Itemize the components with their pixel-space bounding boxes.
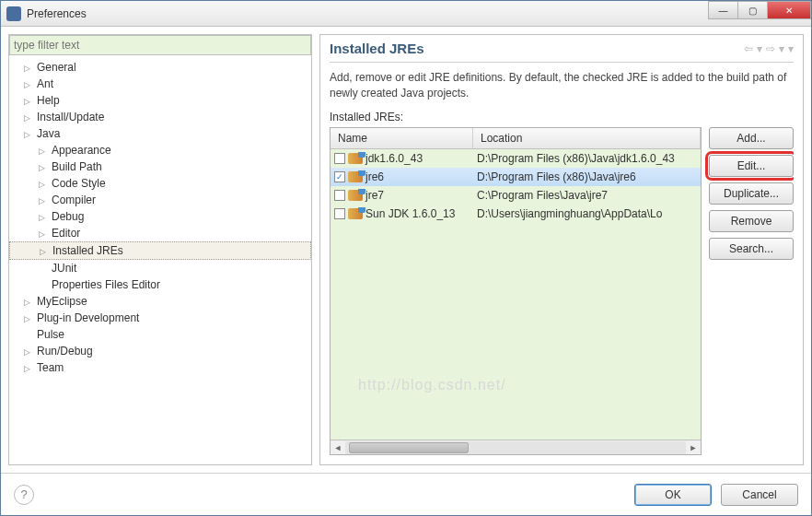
tree-item[interactable]: ▷Ant [9, 76, 311, 92]
table-row[interactable]: jre7C:\Program Files\Java\jre7 [331, 186, 701, 205]
expand-icon[interactable]: ▷ [24, 314, 33, 323]
tree-item[interactable]: ▷Run/Debug [9, 343, 311, 359]
tree-item[interactable]: ▷Debug [9, 208, 311, 225]
back-icon[interactable]: ⇦ [744, 42, 753, 55]
tree-item-label: Code Style [52, 177, 106, 190]
tree-item[interactable]: ▷Plug-in Development [9, 310, 311, 326]
expand-icon[interactable]: ▷ [24, 298, 33, 307]
divider [330, 62, 794, 63]
titlebar: Preferences — ▢ ✕ [1, 1, 811, 27]
table-area: Name Location jdk1.6.0_43D:\Program File… [330, 127, 794, 455]
ok-button[interactable]: OK [634, 484, 712, 506]
tree-item[interactable]: ▷Appearance [9, 142, 311, 158]
tree-item-label: Build Path [52, 160, 102, 173]
h-scrollbar[interactable]: ◄ ► [331, 440, 701, 454]
remove-button[interactable]: Remove [709, 210, 794, 232]
checkbox[interactable] [334, 153, 345, 164]
expand-icon[interactable]: ▷ [24, 347, 33, 357]
expand-icon[interactable]: ▷ [24, 113, 33, 123]
scroll-right-icon[interactable]: ► [686, 443, 701, 452]
filter-input[interactable] [9, 35, 311, 55]
tree-item[interactable]: ▷MyEclipse [9, 293, 311, 310]
tree-item-label: Appearance [52, 144, 111, 157]
minimize-button[interactable]: — [708, 1, 737, 19]
tree-item[interactable]: ▷Code Style [9, 175, 311, 192]
tree-item[interactable]: ▷Install/Update [9, 109, 311, 125]
menu-icon[interactable]: ▾ [788, 42, 794, 55]
table-row[interactable]: Sun JDK 1.6.0_13D:\Users\jiangminghuang\… [331, 205, 701, 223]
jre-table[interactable]: Name Location jdk1.6.0_43D:\Program File… [330, 127, 702, 455]
forward-icon[interactable]: ⇨ [766, 42, 775, 55]
tree-item[interactable]: ▷Editor [9, 225, 311, 241]
jre-location: D:\Program Files (x86)\Java\jdk1.6.0_43 [473, 152, 701, 165]
list-label: Installed JREs: [330, 111, 794, 123]
add-button[interactable]: Add... [709, 127, 794, 149]
expand-icon[interactable]: ▷ [39, 213, 48, 222]
tree-item-label: Debug [52, 210, 84, 223]
tree-item[interactable]: ▷Installed JREs [9, 241, 311, 260]
jre-icon [348, 171, 363, 182]
tree-item[interactable]: Properties Files Editor [9, 276, 311, 293]
tree-item[interactable]: ▷Build Path [9, 158, 311, 175]
expand-icon[interactable]: ▷ [39, 147, 48, 156]
expand-icon[interactable]: ▷ [24, 64, 33, 73]
expand-icon[interactable]: ▷ [39, 180, 48, 189]
expand-icon[interactable]: ▷ [24, 80, 33, 89]
expand-icon[interactable]: ▷ [24, 97, 33, 106]
tree-item-label: Compiler [52, 194, 96, 206]
expand-icon[interactable]: ▷ [40, 247, 49, 256]
jre-location: D:\Program Files (x86)\Java\jre6 [473, 170, 701, 183]
col-name[interactable]: Name [331, 128, 473, 148]
tree-item-label: Install/Update [37, 111, 104, 123]
close-button[interactable]: ✕ [767, 1, 811, 19]
category-tree[interactable]: ▷General▷Ant▷Help▷Install/Update▷Java▷Ap… [9, 55, 311, 464]
tree-item[interactable]: ▷Team [9, 359, 311, 376]
tree-item-label: Editor [52, 227, 80, 240]
search-button[interactable]: Search... [709, 238, 794, 260]
scroll-thumb[interactable] [349, 442, 469, 453]
scroll-left-icon[interactable]: ◄ [331, 443, 345, 452]
footer: ? OK Cancel [1, 473, 811, 515]
scroll-track[interactable] [345, 441, 686, 454]
checkbox[interactable] [334, 190, 345, 201]
checkbox[interactable]: ✓ [334, 171, 345, 182]
checkbox[interactable] [334, 208, 345, 219]
expand-icon[interactable]: ▷ [24, 364, 33, 373]
tree-item-label: General [37, 61, 76, 74]
tree-item-label: Installed JREs [52, 244, 123, 257]
action-buttons: Add... Edit... Duplicate... Remove Searc… [709, 127, 794, 455]
duplicate-button[interactable]: Duplicate... [709, 182, 794, 205]
jre-location: D:\Users\jiangminghuang\AppData\Lo [473, 207, 701, 220]
tree-item[interactable]: ▷Compiler [9, 192, 311, 208]
expand-icon[interactable]: ▷ [39, 229, 48, 239]
expand-icon[interactable]: ▷ [39, 163, 48, 172]
tree-item-label: Run/Debug [37, 345, 93, 358]
left-pane: ▷General▷Ant▷Help▷Install/Update▷Java▷Ap… [8, 34, 312, 465]
tree-item-label: Plug-in Development [37, 311, 139, 324]
maximize-button[interactable]: ▢ [737, 1, 767, 19]
window-buttons: — ▢ ✕ [708, 1, 811, 26]
jre-name: jre7 [365, 189, 384, 202]
help-icon[interactable]: ? [14, 485, 34, 505]
jre-name: Sun JDK 1.6.0_13 [365, 207, 455, 220]
tree-item[interactable]: Pulse [9, 326, 311, 343]
tree-item-label: JUnit [52, 262, 76, 275]
filter-box [9, 35, 311, 55]
expand-icon[interactable]: ▷ [24, 130, 33, 139]
nav-arrows: ⇦▾ ⇨▾ ▾ [744, 42, 794, 55]
tree-item[interactable]: JUnit [9, 260, 311, 276]
col-location[interactable]: Location [473, 128, 701, 148]
edit-button[interactable]: Edit... [709, 155, 794, 177]
tree-item-label: Help [37, 94, 60, 107]
cancel-button[interactable]: Cancel [721, 484, 798, 506]
tree-item[interactable]: ▷Java [9, 125, 311, 142]
table-row[interactable]: jdk1.6.0_43D:\Program Files (x86)\Java\j… [331, 149, 701, 168]
tree-item[interactable]: ▷General [9, 59, 311, 76]
tree-item[interactable]: ▷Help [9, 92, 311, 109]
jre-name: jre6 [365, 170, 384, 183]
tree-item-label: Ant [37, 77, 53, 90]
window-title: Preferences [27, 7, 708, 20]
expand-icon[interactable]: ▷ [39, 196, 48, 205]
tree-item-label: Java [37, 127, 60, 140]
table-row[interactable]: ✓jre6D:\Program Files (x86)\Java\jre6 [331, 168, 701, 186]
